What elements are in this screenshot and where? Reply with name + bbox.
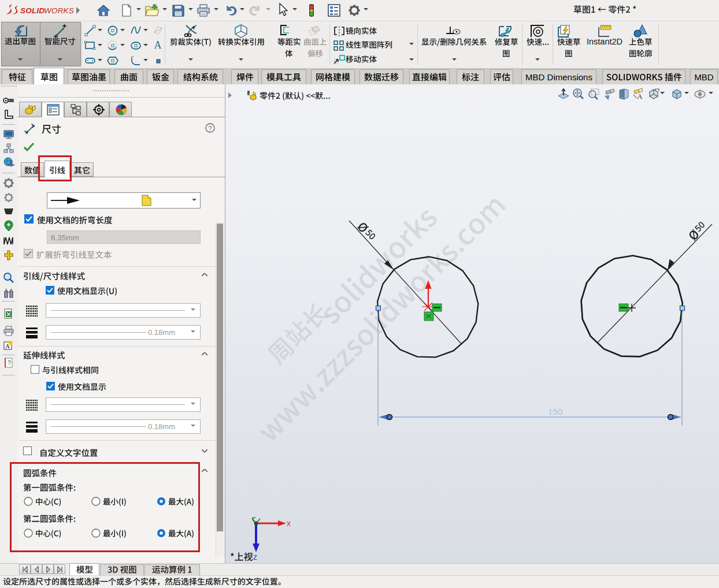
svg-text:150: 150: [548, 407, 562, 416]
svg-text:WORKS: WORKS: [44, 6, 74, 15]
svg-text:?: ?: [8, 360, 11, 366]
svg-text:A: A: [154, 39, 162, 51]
svg-text:x: x: [287, 519, 291, 528]
svg-text:SOLID: SOLID: [20, 6, 45, 15]
svg-text:?: ?: [208, 125, 212, 132]
